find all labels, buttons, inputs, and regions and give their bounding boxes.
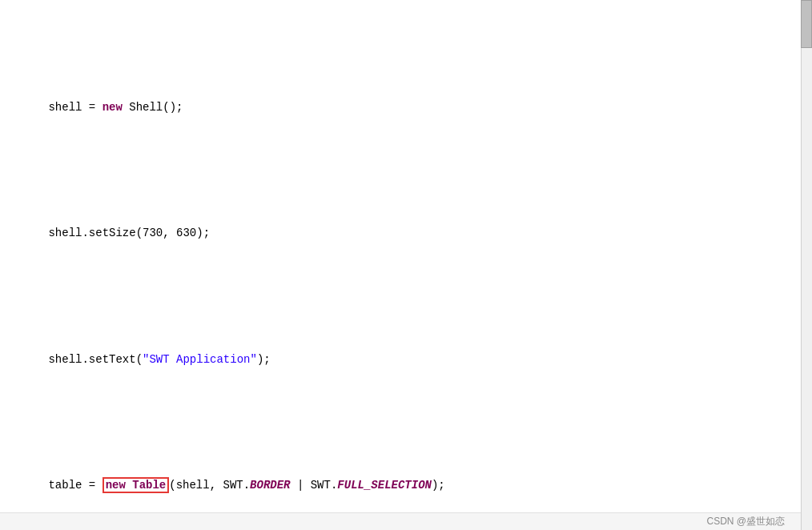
scrollbar[interactable] xyxy=(801,0,812,530)
scrollbar-thumb[interactable] xyxy=(801,0,812,48)
code-line-4: table = new Table(shell, SWT.BORDER | SW… xyxy=(8,458,812,512)
code-line-2: shell.setSize(730, 630); xyxy=(8,206,812,260)
code-container: shell = new Shell(); shell.setSize(730, … xyxy=(0,0,812,530)
code-block: shell = new Shell(); shell.setSize(730, … xyxy=(8,8,812,530)
code-line-1: shell = new Shell(); xyxy=(8,80,812,135)
highlight-new-table: new Table xyxy=(103,477,170,493)
bottom-bar-text: CSDN @盛世如恋 xyxy=(706,515,785,528)
bottom-bar: CSDN @盛世如恋 xyxy=(0,512,801,530)
code-line-3: shell.setText("SWT Application"); xyxy=(8,332,812,387)
